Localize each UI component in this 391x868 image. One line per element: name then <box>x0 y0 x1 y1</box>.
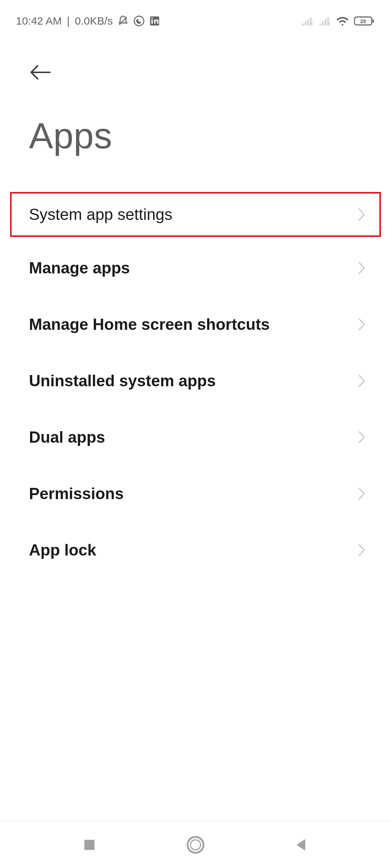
settings-list: System app settings Manage apps Manage H… <box>0 189 391 578</box>
row-dual-apps[interactable]: Dual apps <box>0 409 391 465</box>
row-permissions[interactable]: Permissions <box>0 465 391 522</box>
chevron-right-icon <box>358 543 366 557</box>
signal-sim1-icon <box>301 16 314 26</box>
status-separator: | <box>67 15 70 27</box>
status-network-speed: 0.0KB/s <box>75 15 113 27</box>
svg-text:29: 29 <box>360 18 366 24</box>
chevron-right-icon <box>358 208 366 221</box>
svg-rect-2 <box>151 20 153 24</box>
triangle-left-icon <box>294 838 309 852</box>
row-uninstalled-system-apps[interactable]: Uninstalled system apps <box>0 353 391 409</box>
status-right: 29 <box>301 16 375 26</box>
mute-icon <box>117 15 129 27</box>
header: Apps <box>0 36 391 157</box>
row-manage-home-screen-shortcuts[interactable]: Manage Home screen shortcuts <box>0 296 391 353</box>
page-title: Apps <box>22 115 369 157</box>
back-button[interactable] <box>26 58 55 87</box>
nav-recents-button[interactable] <box>73 829 106 861</box>
arrow-left-icon <box>29 64 52 80</box>
linkedin-icon <box>149 16 160 26</box>
whatsapp-icon <box>133 15 145 27</box>
navigation-bar <box>0 821 391 868</box>
status-bar: 10:42 AM | 0.0KB/s 29 <box>0 0 391 36</box>
chevron-right-icon <box>358 487 366 501</box>
circle-icon <box>186 835 205 854</box>
svg-rect-5 <box>373 20 374 22</box>
status-time: 10:42 AM <box>16 15 62 27</box>
svg-point-9 <box>190 840 201 850</box>
chevron-right-icon <box>358 430 366 444</box>
status-left: 10:42 AM | 0.0KB/s <box>16 15 160 27</box>
nav-back-button[interactable] <box>285 829 318 861</box>
row-label: App lock <box>29 541 96 559</box>
chevron-right-icon <box>358 318 366 331</box>
svg-point-0 <box>134 16 144 26</box>
row-manage-apps[interactable]: Manage apps <box>0 240 391 296</box>
wifi-icon <box>336 16 349 26</box>
chevron-right-icon <box>358 374 366 388</box>
svg-point-3 <box>151 17 153 19</box>
row-label: Uninstalled system apps <box>29 372 216 390</box>
battery-icon: 29 <box>354 16 375 26</box>
nav-home-button[interactable] <box>179 829 212 861</box>
signal-sim2-icon <box>319 16 331 26</box>
row-app-lock[interactable]: App lock <box>0 522 391 578</box>
row-label: Permissions <box>29 485 124 503</box>
square-icon <box>82 838 97 852</box>
row-label: Manage Home screen shortcuts <box>29 315 270 333</box>
chevron-right-icon <box>358 261 366 275</box>
row-label: System app settings <box>29 205 172 224</box>
svg-rect-7 <box>84 840 94 850</box>
row-system-app-settings[interactable]: System app settings <box>7 189 384 240</box>
row-label: Manage apps <box>29 259 130 277</box>
row-label: Dual apps <box>29 428 105 446</box>
